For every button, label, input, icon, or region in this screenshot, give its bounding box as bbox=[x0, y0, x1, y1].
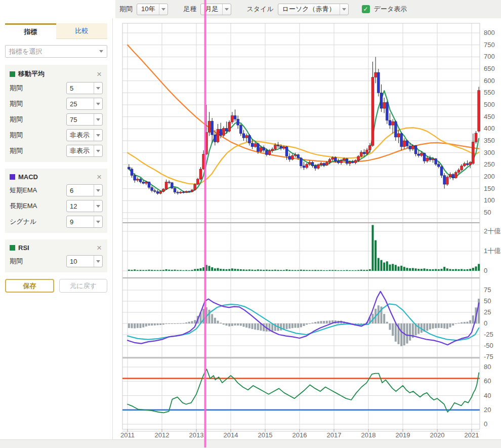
chevron-down-icon bbox=[94, 98, 102, 109]
chevron-down-icon bbox=[94, 256, 102, 267]
gridlines bbox=[122, 23, 480, 429]
macd-lines bbox=[128, 292, 479, 345]
volume-bars bbox=[128, 225, 480, 271]
svg-text:0: 0 bbox=[484, 267, 487, 274]
svg-text:2014: 2014 bbox=[224, 431, 238, 439]
rsi-period-dropdown[interactable]: 10 bbox=[66, 255, 103, 267]
sidebar-divider bbox=[112, 18, 113, 439]
svg-text:600: 600 bbox=[484, 77, 495, 85]
chevron-down-icon bbox=[94, 114, 102, 125]
svg-text:2020: 2020 bbox=[430, 431, 445, 439]
svg-text:2017: 2017 bbox=[327, 431, 342, 439]
tab-compare[interactable]: 比較 bbox=[56, 23, 107, 39]
svg-text:2十億: 2十億 bbox=[484, 227, 500, 235]
tab-indicators[interactable]: 指標 bbox=[5, 23, 56, 39]
reset-button[interactable]: 元に戻す bbox=[59, 279, 107, 293]
param-label: 期間 bbox=[10, 146, 23, 155]
indicator-select[interactable]: 指標を選択 bbox=[5, 45, 107, 58]
multi-panel-chart[interactable]: 8007507006506005505004504003503002502001… bbox=[115, 18, 501, 440]
svg-text:25: 25 bbox=[484, 308, 491, 316]
svg-text:50: 50 bbox=[484, 209, 491, 216]
svg-text:550: 550 bbox=[484, 89, 495, 96]
chevron-down-icon bbox=[222, 4, 231, 15]
svg-text:80: 80 bbox=[484, 363, 491, 371]
svg-text:2011: 2011 bbox=[120, 431, 135, 439]
chevron-down-icon bbox=[94, 83, 102, 94]
data-display-label: データ表示 bbox=[374, 5, 407, 14]
section-moving-average: 移動平均 × 期間 5 期間 25 期間 75 期間 非表示 期間 非表示 bbox=[5, 65, 107, 162]
param-label: 期間 bbox=[10, 84, 23, 93]
svg-text:2016: 2016 bbox=[293, 431, 307, 439]
data-display-checkbox[interactable]: ✓ bbox=[362, 5, 370, 13]
chevron-down-icon bbox=[159, 4, 168, 15]
section-title: RSI bbox=[18, 244, 96, 252]
macd-long-ema-dropdown[interactable]: 12 bbox=[66, 200, 103, 212]
chevron-down-icon bbox=[340, 4, 348, 15]
svg-text:2015: 2015 bbox=[258, 431, 273, 439]
period-label: 期間 bbox=[119, 5, 133, 14]
svg-text:200: 200 bbox=[484, 173, 495, 180]
chevron-down-icon bbox=[94, 200, 102, 212]
param-label: シグナル bbox=[10, 217, 36, 226]
ma-period-2-dropdown[interactable]: 25 bbox=[66, 98, 103, 110]
close-icon[interactable]: × bbox=[96, 245, 103, 251]
svg-text:100: 100 bbox=[484, 196, 495, 204]
svg-text:-25: -25 bbox=[484, 331, 493, 338]
ma-period-5-dropdown[interactable]: 非表示 bbox=[66, 145, 103, 157]
bar-type-label: 足種 bbox=[183, 5, 196, 14]
rsi-legend-swatch bbox=[10, 245, 15, 251]
svg-text:60: 60 bbox=[484, 377, 491, 385]
chevron-down-icon bbox=[94, 130, 102, 141]
bar-type-dropdown[interactable]: 月足 bbox=[200, 4, 231, 15]
save-button[interactable]: 保存 bbox=[5, 279, 54, 293]
style-label: スタイル bbox=[246, 5, 273, 14]
svg-text:50: 50 bbox=[484, 297, 491, 305]
section-rsi: RSI × 期間 10 bbox=[5, 239, 107, 272]
svg-text:40: 40 bbox=[484, 392, 491, 399]
svg-text:250: 250 bbox=[484, 160, 495, 168]
bottom-strip bbox=[0, 439, 501, 448]
svg-text:-50: -50 bbox=[484, 342, 493, 349]
svg-text:-75: -75 bbox=[484, 353, 493, 360]
svg-text:2012: 2012 bbox=[155, 431, 170, 439]
ma-legend-swatch bbox=[10, 71, 15, 77]
param-label: 短期EMA bbox=[10, 186, 37, 195]
chevron-down-icon bbox=[94, 145, 102, 156]
svg-text:0: 0 bbox=[484, 319, 487, 327]
svg-text:650: 650 bbox=[484, 65, 495, 72]
svg-text:0: 0 bbox=[484, 420, 487, 428]
macd-signal-dropdown[interactable]: 9 bbox=[66, 216, 103, 228]
axis-labels: 8007507006506005505004504003503002502001… bbox=[120, 29, 500, 439]
close-icon[interactable]: × bbox=[96, 174, 103, 180]
svg-text:800: 800 bbox=[484, 29, 495, 36]
candlesticks bbox=[128, 57, 480, 194]
svg-text:1十億: 1十億 bbox=[484, 247, 500, 255]
style-dropdown[interactable]: ローソク（赤青） bbox=[278, 4, 349, 15]
stock-chart-app: 期間 10年 足種 月足 スタイル ローソク（赤青） ✓ データ表示 指標 比較 bbox=[0, 0, 501, 448]
svg-text:350: 350 bbox=[484, 137, 495, 144]
section-title: MACD bbox=[18, 173, 96, 181]
price-ma-lines bbox=[128, 45, 479, 192]
sidebar-tabs: 指標 比較 bbox=[5, 23, 107, 39]
svg-text:75: 75 bbox=[484, 286, 491, 294]
close-icon[interactable]: × bbox=[96, 71, 103, 77]
section-title: 移動平均 bbox=[18, 69, 96, 78]
svg-text:300: 300 bbox=[484, 149, 495, 156]
svg-text:2021: 2021 bbox=[465, 431, 479, 439]
svg-text:700: 700 bbox=[484, 53, 495, 60]
macd-legend-swatch bbox=[10, 174, 15, 180]
ma-period-1-dropdown[interactable]: 5 bbox=[66, 82, 103, 94]
ma-period-4-dropdown[interactable]: 非表示 bbox=[66, 129, 103, 141]
period-dropdown[interactable]: 10年 bbox=[137, 4, 168, 15]
ma-period-3-dropdown[interactable]: 75 bbox=[66, 113, 103, 126]
macd-short-ema-dropdown[interactable]: 6 bbox=[66, 184, 103, 196]
param-label: 期間 bbox=[10, 257, 23, 266]
param-label: 期間 bbox=[10, 115, 23, 124]
svg-text:20: 20 bbox=[484, 406, 491, 414]
chart-area[interactable]: 8007507006506005505004504003503002502001… bbox=[115, 18, 501, 440]
chart-toolbar: 期間 10年 足種 月足 スタイル ローソク（赤青） ✓ データ表示 bbox=[115, 0, 501, 18]
param-label: 期間 bbox=[10, 131, 23, 140]
rsi-panel bbox=[122, 369, 480, 413]
svg-text:450: 450 bbox=[484, 113, 495, 120]
chevron-down-icon bbox=[94, 185, 102, 196]
